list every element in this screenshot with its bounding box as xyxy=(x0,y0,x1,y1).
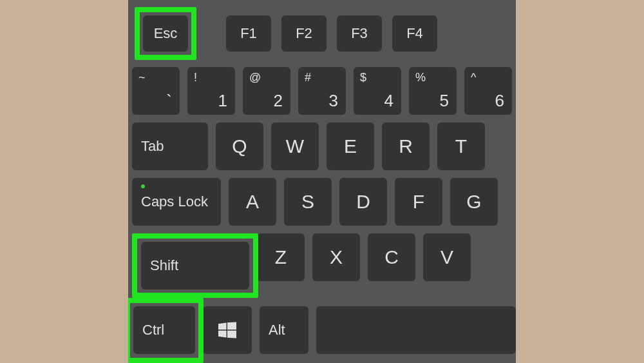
key-1[interactable]: ! 1 xyxy=(187,67,235,115)
key-1-lower: 1 xyxy=(218,91,227,111)
key-shift-label: Shift xyxy=(150,257,178,274)
key-r[interactable]: R xyxy=(382,123,430,170)
key-4-upper: $ xyxy=(360,71,366,84)
key-f3-label: F3 xyxy=(337,25,382,42)
key-d[interactable]: D xyxy=(339,178,387,226)
key-space[interactable] xyxy=(316,306,516,354)
key-3-upper: # xyxy=(305,71,311,84)
key-d-label: D xyxy=(339,191,387,213)
key-4-lower: 4 xyxy=(384,91,393,111)
key-q[interactable]: Q xyxy=(216,123,263,170)
capslock-led-icon xyxy=(141,184,145,188)
key-f[interactable]: F xyxy=(395,178,442,226)
svg-marker-2 xyxy=(218,331,227,338)
key-w[interactable]: W xyxy=(271,123,319,170)
key-t[interactable]: T xyxy=(437,123,485,170)
key-e-label: E xyxy=(327,135,374,157)
key-5[interactable]: % 5 xyxy=(409,67,457,115)
key-s-label: S xyxy=(284,191,332,213)
key-x-label: X xyxy=(312,246,360,268)
key-esc[interactable]: Esc xyxy=(143,15,188,52)
key-6-lower: 6 xyxy=(495,91,504,111)
key-ctrl[interactable]: Ctrl xyxy=(133,306,195,354)
key-alt-label: Alt xyxy=(269,322,285,338)
key-f-label: F xyxy=(395,191,442,213)
key-2-lower: 2 xyxy=(274,91,283,111)
key-g[interactable]: G xyxy=(450,178,498,226)
key-a-label: A xyxy=(229,191,276,213)
key-f1-label: F1 xyxy=(226,25,271,42)
key-alt[interactable]: Alt xyxy=(260,306,308,354)
key-z-label: Z xyxy=(257,246,305,268)
svg-marker-1 xyxy=(227,322,236,329)
key-6[interactable]: ^ 6 xyxy=(464,67,512,115)
key-3[interactable]: # 3 xyxy=(298,67,346,115)
key-c-label: C xyxy=(368,246,415,268)
svg-marker-3 xyxy=(227,331,236,338)
key-e[interactable]: E xyxy=(327,123,374,170)
key-g-label: G xyxy=(450,191,498,213)
key-5-upper: % xyxy=(415,71,426,84)
key-q-label: Q xyxy=(216,135,263,157)
key-r-label: R xyxy=(382,135,430,157)
key-x[interactable]: X xyxy=(312,233,360,281)
key-capslock-label: Caps Lock xyxy=(141,193,208,210)
key-2[interactable]: @ 2 xyxy=(243,67,290,115)
key-esc-label: Esc xyxy=(143,25,188,42)
key-3-lower: 3 xyxy=(329,91,338,111)
key-backtick-upper: ~ xyxy=(138,71,146,84)
key-capslock[interactable]: Caps Lock xyxy=(132,178,221,226)
key-tab[interactable]: Tab xyxy=(132,123,208,170)
key-tab-label: Tab xyxy=(141,138,164,155)
key-f4[interactable]: F4 xyxy=(392,15,437,52)
key-2-upper: @ xyxy=(249,71,261,84)
key-s[interactable]: S xyxy=(284,178,332,226)
keyboard-viewport: Esc F1 F2 F3 F4 ~ ` ! 1 @ 2 # 3 $ 4 % 5 … xyxy=(128,0,516,363)
windows-logo-icon xyxy=(218,322,236,338)
key-f3[interactable]: F3 xyxy=(337,15,382,52)
key-f1[interactable]: F1 xyxy=(226,15,271,52)
key-f2-label: F2 xyxy=(281,25,327,42)
key-v-label: V xyxy=(423,246,471,268)
key-5-lower: 5 xyxy=(440,91,449,111)
key-6-upper: ^ xyxy=(471,71,476,84)
key-backtick[interactable]: ~ ` xyxy=(132,67,180,115)
key-v[interactable]: V xyxy=(423,233,471,281)
key-4[interactable]: $ 4 xyxy=(354,67,401,115)
key-windows[interactable] xyxy=(203,306,252,354)
svg-marker-0 xyxy=(218,322,227,329)
key-c[interactable]: C xyxy=(368,233,415,281)
key-shift[interactable]: Shift xyxy=(141,242,249,289)
key-1-upper: ! xyxy=(194,71,197,84)
key-backtick-lower: ` xyxy=(166,91,172,111)
key-ctrl-label: Ctrl xyxy=(142,322,164,338)
key-f4-label: F4 xyxy=(392,25,437,42)
key-a[interactable]: A xyxy=(229,178,276,226)
key-z[interactable]: Z xyxy=(257,233,305,281)
key-f2[interactable]: F2 xyxy=(281,15,327,52)
key-w-label: W xyxy=(271,135,319,157)
key-t-label: T xyxy=(437,135,485,157)
